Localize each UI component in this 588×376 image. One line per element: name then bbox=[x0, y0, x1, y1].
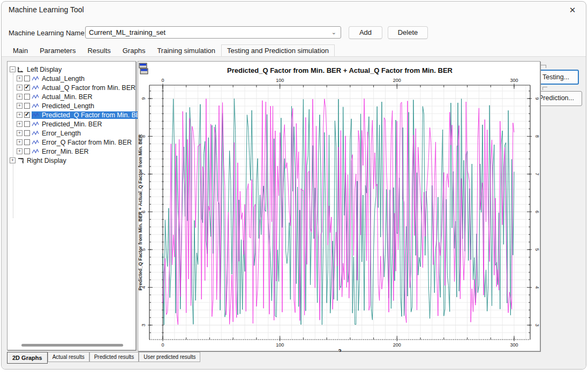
y-tick-label-right: 4 bbox=[534, 286, 540, 289]
add-button[interactable]: Add bbox=[349, 26, 382, 39]
tab-parameters[interactable]: Parameters bbox=[34, 44, 81, 57]
x-tick-label-top: 100 bbox=[276, 78, 284, 83]
series-checkbox[interactable] bbox=[24, 139, 30, 145]
tree-item-label: Predicted_Min. BER bbox=[41, 121, 103, 128]
y-tick-label-right: 5 bbox=[534, 248, 540, 251]
expand-icon[interactable]: + bbox=[17, 148, 22, 154]
ml-name-combobox[interactable]: Current_ML_training_set ⌄ bbox=[85, 26, 341, 39]
series-checkbox[interactable] bbox=[24, 121, 30, 127]
qfactor-line-chart: 0010010020020030030033445566778899Predic… bbox=[138, 62, 541, 352]
expand-icon[interactable]: + bbox=[17, 121, 22, 127]
expand-icon[interactable]: + bbox=[17, 103, 22, 109]
x-tick-label-bottom: 100 bbox=[276, 342, 284, 348]
y-tick-label-right: 6 bbox=[534, 210, 540, 213]
expand-icon[interactable]: + bbox=[17, 139, 22, 145]
tree-item-error-length[interactable]: +Error_Length bbox=[10, 129, 146, 138]
tree-item-actual-q-factor-from-min-ber[interactable]: +Actual_Q Factor from Min. BER bbox=[10, 83, 146, 92]
mini-graph-icon bbox=[32, 112, 39, 118]
bottom-tab-actual-results[interactable]: Actual results bbox=[48, 352, 89, 362]
x-tick-label-bottom: 0 bbox=[161, 342, 164, 348]
mini-graph-icon bbox=[32, 103, 39, 109]
series-checkbox[interactable] bbox=[24, 148, 30, 154]
tab-training-simulation[interactable]: Training simulation bbox=[151, 44, 221, 57]
tree-item-predicted-min-ber[interactable]: +Predicted_Min. BER bbox=[10, 119, 146, 129]
tree-item-label: Error_Q Factor from Min. BER bbox=[41, 139, 133, 146]
bottom-tab-predicted-results[interactable]: Predicted results bbox=[89, 352, 139, 362]
ml-name-label: Machine Learning Name: bbox=[9, 29, 86, 37]
tab-main[interactable]: Main bbox=[7, 44, 34, 57]
mini-graph-icon bbox=[32, 130, 39, 136]
tree-item-body: Left Display bbox=[17, 66, 63, 73]
series-checkbox[interactable] bbox=[24, 85, 30, 91]
x-axis-title: 2 bbox=[338, 348, 341, 352]
tree-item-actual-min-ber[interactable]: +Actual_Min. BER bbox=[10, 92, 146, 101]
x-tick-label-top: 0 bbox=[161, 78, 164, 83]
y-tick-label-right: 8 bbox=[534, 135, 540, 138]
y-tick-label-right: 7 bbox=[534, 172, 540, 175]
tree-item-label: Predicted_Length bbox=[41, 102, 95, 110]
tree-item-label: Actual_Q Factor from Min. BER bbox=[41, 84, 137, 92]
y-tick-label-left: 3 bbox=[141, 324, 146, 326]
tree-item-body: Predicted_Length bbox=[32, 102, 95, 110]
tab-content-area: Testing... Prediction... −Left Display+A… bbox=[2, 56, 586, 370]
y-tick-label-right: 9 bbox=[534, 97, 540, 100]
tab-testing-and-prediction-simulation[interactable]: Testing and Prediction simulation bbox=[221, 44, 335, 56]
chevron-down-icon[interactable]: ⌄ bbox=[331, 27, 336, 38]
tree-item-predicted-length[interactable]: +Predicted_Length bbox=[10, 101, 146, 110]
tree-item-label: Right Display bbox=[26, 157, 67, 164]
tree-item-actual-length[interactable]: +Actual_Length bbox=[10, 74, 146, 83]
tree-item-right-display[interactable]: +Right Display bbox=[10, 156, 146, 165]
mini-graph-icon bbox=[32, 94, 39, 100]
series-checkbox[interactable] bbox=[24, 103, 30, 109]
tree-item-error-q-factor-from-min-ber[interactable]: +Error_Q Factor from Min. BER bbox=[10, 138, 146, 147]
collapse-icon[interactable]: − bbox=[10, 66, 16, 72]
tree-item-label: Actual_Min. BER bbox=[41, 93, 93, 101]
results-tabstrip: 2D GraphsActual resultsPredicted results… bbox=[7, 352, 200, 364]
expand-icon[interactable]: + bbox=[10, 157, 16, 163]
tree-item-body: Error_Min. BER bbox=[32, 148, 90, 155]
x-tick-label-bottom: 200 bbox=[393, 342, 401, 348]
y-axis-title: Predicted_Q Factor from Min. BER + Actua… bbox=[138, 134, 143, 290]
expand-icon[interactable]: + bbox=[17, 130, 22, 136]
tree-item-error-min-ber[interactable]: +Error_Min. BER bbox=[10, 147, 146, 156]
main-tabstrip: MainParametersResultsGraphsTraining simu… bbox=[7, 44, 335, 57]
series-checkbox[interactable] bbox=[24, 130, 30, 136]
x-tick-label-top: 200 bbox=[393, 78, 401, 83]
x-tick-label-bottom: 300 bbox=[510, 342, 518, 348]
tree-item-body: Error_Q Factor from Min. BER bbox=[32, 139, 133, 146]
x-tick-label-top: 300 bbox=[510, 78, 518, 83]
titlebar: Machine Learning Tool ✕ bbox=[2, 2, 586, 19]
series-checkbox[interactable] bbox=[24, 94, 30, 100]
left-axes-icon bbox=[17, 66, 24, 73]
expand-icon[interactable]: + bbox=[17, 94, 22, 100]
mini-graph-icon bbox=[32, 76, 39, 81]
tree-item-left-display[interactable]: −Left Display bbox=[10, 65, 146, 74]
bottom-tab-2d-graphs[interactable]: 2D Graphs bbox=[7, 352, 48, 364]
horizontal-scrollbar-thumb[interactable] bbox=[21, 344, 123, 347]
tree-item-body: Predicted_Q Factor from Min. BER bbox=[32, 111, 146, 119]
tree-item-predicted-q-factor-from-min-ber[interactable]: +Predicted_Q Factor from Min. BER bbox=[10, 110, 146, 119]
tab-graphs[interactable]: Graphs bbox=[117, 44, 152, 57]
delete-button[interactable]: Delete bbox=[388, 26, 428, 39]
expand-icon[interactable]: + bbox=[17, 85, 22, 91]
mini-graph-icon bbox=[32, 85, 39, 91]
close-icon[interactable]: ✕ bbox=[566, 4, 579, 17]
tab-results[interactable]: Results bbox=[81, 44, 116, 57]
right-axes-icon bbox=[17, 157, 24, 164]
tree-item-label: Error_Length bbox=[41, 130, 82, 137]
expand-icon[interactable]: + bbox=[17, 112, 22, 118]
tree-item-body: Right Display bbox=[17, 157, 67, 164]
graph-panel: Predicted_Q Factor from Min. BER + Actua… bbox=[138, 61, 540, 351]
window-title: Machine Learning Tool bbox=[9, 5, 84, 14]
series-checkbox[interactable] bbox=[24, 112, 30, 118]
expand-icon[interactable]: + bbox=[17, 76, 22, 81]
bottom-tab-user-predicted-results[interactable]: User predicted results bbox=[139, 352, 200, 362]
display-tree-panel: −Left Display+Actual_Length+Actual_Q Fac… bbox=[7, 61, 136, 350]
ml-name-value: Current_ML_training_set bbox=[89, 28, 165, 36]
tree-item-body: Predicted_Min. BER bbox=[32, 121, 103, 128]
mini-graph-icon bbox=[32, 121, 39, 127]
tree-item-body: Actual_Length bbox=[32, 75, 86, 82]
display-tree: −Left Display+Actual_Length+Actual_Q Fac… bbox=[10, 65, 146, 165]
series-checkbox[interactable] bbox=[24, 76, 30, 81]
tree-item-body: Actual_Min. BER bbox=[32, 93, 93, 101]
